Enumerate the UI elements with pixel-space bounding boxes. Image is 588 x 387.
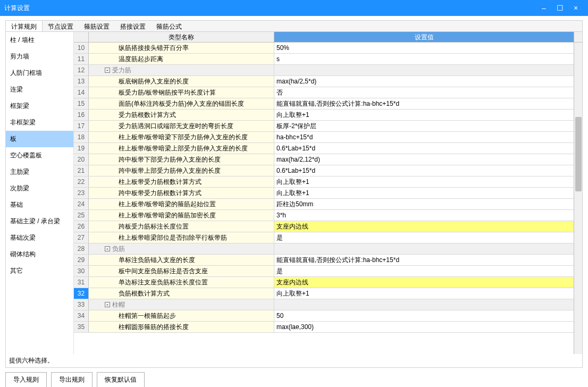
sidebar-item-9[interactable]: 次肋梁 — [6, 180, 73, 197]
close-icon[interactable]: × — [568, 4, 584, 12]
table-row[interactable]: 31单边标注支座负筋标注长度位置支座内边线 — [74, 277, 582, 288]
row-name: 柱上板带/板带暗梁下部受力筋伸入支座的长度 — [89, 132, 274, 142]
sidebar-item-11[interactable]: 基础主梁 / 承台梁 — [6, 213, 73, 230]
scrollbar-thumb[interactable] — [575, 117, 582, 191]
table-row[interactable]: 30板中间支座负筋标注是否含支座是 — [74, 266, 582, 277]
row-name: 柱上板带/板带暗梁的箍筋起始位置 — [89, 199, 274, 209]
row-name: 纵筋搭接接头错开百分率 — [89, 43, 274, 53]
row-value: 0.6*Lab+15*d — [274, 143, 582, 154]
table-row[interactable]: 19柱上板带/板带暗梁上部受力筋伸入支座的长度0.6*Lab+15*d — [74, 143, 582, 154]
tab-4[interactable]: 箍筋公式 — [151, 21, 187, 31]
row-value: max(ha/2,5*d) — [274, 76, 582, 87]
sidebar-item-2[interactable]: 人防门框墙 — [6, 65, 73, 81]
table-row[interactable]: 35柱帽圆形箍筋的搭接长度max(lae,300) — [74, 322, 582, 333]
sidebar-item-13[interactable]: 砌体结构 — [6, 246, 73, 263]
tab-0[interactable]: 计算规则 — [6, 21, 43, 31]
row-value: max(ha/2,12*d) — [274, 154, 582, 165]
table-row[interactable]: 18柱上板带/板带暗梁下部受力筋伸入支座的长度ha-bhc+15*d — [74, 132, 582, 143]
table-row[interactable]: 23跨中板带受力筋根数计算方式向上取整+1 — [74, 188, 582, 199]
table-row[interactable]: 11温度筋起步距离s — [74, 54, 582, 65]
row-value: 距柱边50mm — [274, 199, 582, 209]
import-rules-button[interactable]: 导入规则 — [5, 372, 47, 387]
table-row[interactable]: 14板受力筋/板带钢筋按平均长度计算否 — [74, 87, 582, 98]
row-value: 否 — [274, 87, 582, 98]
row-name: 面筋(单标注跨板受力筋)伸入支座的锚固长度 — [89, 98, 274, 109]
row-number: 20 — [74, 154, 89, 165]
sidebar-item-10[interactable]: 基础 — [6, 197, 73, 213]
table-row[interactable]: 28-负筋 — [74, 243, 582, 255]
sidebar-item-1[interactable]: 剪力墙 — [6, 48, 73, 65]
row-value: 能直锚就直锚,否则按公式计算:ha-bhc+15*d — [274, 255, 582, 265]
sidebar-item-14[interactable]: 其它 — [6, 263, 73, 279]
row-value: ha-bhc+15*d — [274, 132, 582, 142]
table-row[interactable]: 24柱上板带/板带暗梁的箍筋起始位置距柱边50mm — [74, 199, 582, 210]
row-number: 27 — [74, 232, 89, 243]
hint-text: 提供六种选择。 — [6, 354, 582, 367]
row-number: 24 — [74, 199, 89, 209]
tab-2[interactable]: 箍筋设置 — [79, 21, 115, 31]
window-title: 计算设置 — [4, 4, 536, 13]
sidebar: 柱 / 墙柱剪力墙人防门框墙连梁框架梁非框架梁板空心楼盖板主肋梁次肋梁基础基础主… — [6, 32, 74, 354]
row-value: 0.6*Lab+15*d — [274, 165, 582, 176]
row-value: 50% — [274, 43, 582, 53]
sidebar-item-0[interactable]: 柱 / 墙柱 — [6, 32, 73, 48]
row-number: 32 — [74, 288, 89, 299]
row-number: 17 — [74, 121, 89, 131]
sidebar-item-7[interactable]: 空心楼盖板 — [6, 147, 73, 164]
tab-1[interactable]: 节点设置 — [43, 21, 79, 31]
collapse-icon[interactable]: - — [105, 246, 110, 251]
minimize-icon[interactable]: – — [536, 4, 552, 12]
row-name: 柱帽第一根箍筋起步 — [89, 310, 274, 321]
table-row[interactable]: 20跨中板带下部受力筋伸入支座的长度max(ha/2,12*d) — [74, 154, 582, 165]
table-row[interactable]: 15面筋(单标注跨板受力筋)伸入支座的锚固长度能直锚就直锚,否则按公式计算:ha… — [74, 98, 582, 110]
tab-3[interactable]: 搭接设置 — [115, 21, 151, 31]
table-row[interactable]: 33-柱帽 — [74, 299, 582, 310]
sidebar-item-5[interactable]: 非框架梁 — [6, 114, 73, 131]
table-row[interactable]: 13板底钢筋伸入支座的长度max(ha/2,5*d) — [74, 76, 582, 87]
row-name: 跨中板带上部受力筋伸入支座的长度 — [89, 165, 274, 176]
table-row[interactable]: 21跨中板带上部受力筋伸入支座的长度0.6*Lab+15*d — [74, 165, 582, 176]
sidebar-item-6[interactable]: 板 — [6, 131, 73, 147]
row-number: 23 — [74, 188, 89, 198]
maximize-icon[interactable]: ☐ — [552, 4, 568, 12]
row-value: 向上取整+1 — [274, 188, 582, 198]
table-row[interactable]: 12-受力筋 — [74, 65, 582, 76]
row-number: 34 — [74, 310, 89, 321]
table-row[interactable]: 27柱上板带暗梁部位是否扣除平行板带筋是 — [74, 232, 582, 243]
row-value: 是 — [274, 232, 582, 243]
sidebar-item-8[interactable]: 主肋梁 — [6, 164, 73, 180]
row-number: 12 — [74, 65, 89, 75]
sidebar-item-4[interactable]: 框架梁 — [6, 98, 73, 114]
sidebar-item-3[interactable]: 连梁 — [6, 81, 73, 98]
row-number: 11 — [74, 54, 89, 64]
table-row[interactable]: 25柱上板带/板带暗梁的箍筋加密长度3*h — [74, 210, 582, 221]
row-number: 26 — [74, 221, 89, 232]
table-row[interactable]: 32负筋根数计算方式向上取整+1▾ — [74, 288, 582, 299]
row-name: -受力筋 — [89, 65, 274, 75]
row-name: -负筋 — [89, 243, 274, 254]
rownum-header — [74, 32, 89, 42]
table-row[interactable]: 10纵筋搭接接头错开百分率50% — [74, 43, 582, 54]
export-rules-button[interactable]: 导出规则 — [51, 372, 93, 387]
collapse-icon[interactable]: - — [105, 302, 110, 307]
name-column-header: 类型名称 — [89, 32, 274, 42]
row-value[interactable]: 向上取整+1▾ — [274, 288, 582, 299]
collapse-icon[interactable]: - — [105, 68, 110, 73]
button-bar: 导入规则 导出规则 恢复默认值 — [0, 368, 588, 387]
table-row[interactable]: 26跨板受力筋标注长度位置支座内边线 — [74, 221, 582, 232]
row-number: 21 — [74, 165, 89, 176]
table-row[interactable]: 17受力筋遇洞口或端部无支座时的弯折长度板厚-2*保护层 — [74, 121, 582, 132]
table-row[interactable]: 34柱帽第一根箍筋起步50 — [74, 310, 582, 322]
row-value: 向上取整+1 — [274, 110, 582, 120]
table-row[interactable]: 22柱上板带受力筋根数计算方式向上取整+1 — [74, 176, 582, 188]
table-row[interactable]: 16受力筋根数计算方式向上取整+1 — [74, 110, 582, 121]
row-value: 支座内边线 — [274, 221, 582, 232]
table-row[interactable]: 29单标注负筋锚入支座的长度能直锚就直锚,否则按公式计算:ha-bhc+15*d — [74, 255, 582, 266]
sidebar-item-12[interactable]: 基础次梁 — [6, 230, 73, 246]
row-name: 跨中板带受力筋根数计算方式 — [89, 188, 274, 198]
row-number: 22 — [74, 176, 89, 187]
reset-defaults-button[interactable]: 恢复默认值 — [97, 372, 145, 387]
vertical-scrollbar[interactable] — [574, 43, 582, 354]
row-value: 向上取整+1 — [274, 176, 582, 187]
row-number: 25 — [74, 210, 89, 221]
